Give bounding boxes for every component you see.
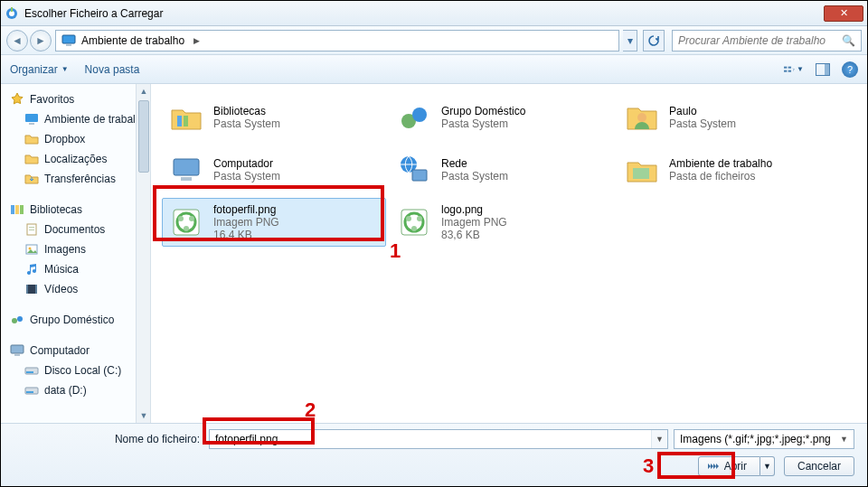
search-icon: 🔍: [842, 34, 855, 47]
sidebar-group-computer[interactable]: Computador: [8, 341, 146, 361]
bottom-bar: Nome do ficheiro: ▼ Imagens (*.gif;*.jpg…: [1, 423, 867, 486]
file-tile[interactable]: Bibliotecas Pasta System: [162, 93, 386, 142]
download-icon: [24, 172, 39, 186]
file-tile[interactable]: Rede Pasta System: [390, 145, 614, 194]
file-type: Pasta System: [669, 117, 736, 130]
svg-rect-40: [412, 170, 427, 181]
sidebar-group-favorites[interactable]: Favoritos: [8, 89, 146, 109]
address-history-dropdown[interactable]: ▾: [623, 30, 637, 52]
chevron-down-icon: ▼: [797, 65, 804, 73]
filename-input[interactable]: [209, 429, 668, 449]
sidebar-item-disk-d[interactable]: data (D:): [8, 380, 146, 400]
file-tile[interactable]: Paulo Pasta System: [618, 93, 842, 142]
file-type: Imagem PNG: [441, 216, 507, 229]
sidebar-item-downloads[interactable]: Transferências: [8, 169, 146, 189]
forward-button[interactable]: ►: [30, 30, 52, 52]
open-dropdown-button[interactable]: ▼: [760, 456, 775, 476]
desktop-icon: [24, 112, 39, 126]
filename-label: Nome do ficheiro:: [14, 433, 203, 445]
file-type: Imagem PNG: [213, 216, 279, 229]
svg-rect-31: [26, 391, 33, 393]
file-tile[interactable]: logo.png Imagem PNG 83,6 KB: [390, 198, 614, 247]
file-name: Paulo: [669, 105, 736, 117]
folder-icon: [24, 132, 39, 146]
file-icon: [622, 98, 662, 137]
computer-icon: [10, 343, 24, 358]
filename-dropdown-button[interactable]: ▼: [651, 430, 667, 448]
sidebar-item-videos[interactable]: Vídeos: [8, 279, 146, 299]
sidebar-item-places[interactable]: Localizações: [8, 149, 146, 169]
sidebar-item-music[interactable]: Música: [8, 259, 146, 279]
file-icon: [394, 150, 434, 190]
file-list: 1 Bibliotecas Pasta System Grupo Domésti…: [151, 84, 867, 423]
file-name: Bibliotecas: [213, 105, 280, 117]
back-button[interactable]: ◄: [6, 30, 28, 52]
file-tile[interactable]: Grupo Doméstico Pasta System: [390, 93, 614, 142]
file-icon: [394, 202, 434, 242]
file-tile[interactable]: Ambiente de trabalho Pasta de ficheiros: [618, 145, 842, 194]
file-type: Pasta System: [441, 170, 508, 183]
music-icon: [24, 262, 39, 276]
toolbar: Organizar ▼ Nova pasta ▼ ?: [1, 55, 867, 84]
scroll-up-icon[interactable]: ▲: [137, 84, 151, 98]
svg-rect-29: [26, 371, 33, 373]
sidebar-item-dropbox[interactable]: Dropbox: [8, 129, 146, 149]
homegroup-icon: [10, 313, 24, 327]
svg-point-49: [406, 216, 411, 221]
svg-point-46: [184, 226, 189, 231]
double-arrow-icon: [708, 462, 719, 471]
file-type: Pasta de ficheiros: [669, 170, 772, 183]
search-box[interactable]: Procurar Ambiente de trabalho 🔍: [672, 30, 862, 52]
view-options-button[interactable]: ▼: [784, 61, 804, 79]
svg-rect-18: [29, 229, 34, 230]
sidebar-item-documents[interactable]: Documentos: [8, 220, 146, 239]
address-bar[interactable]: Ambiente de trabalho ▶: [55, 30, 619, 52]
filetype-filter[interactable]: Imagens (*.gif;*.jpg;*.jpeg;*.png ▼: [674, 429, 854, 449]
sidebar-group-homegroup[interactable]: Grupo Doméstico: [8, 310, 146, 330]
window-title: Escolher Ficheiro a Carregar: [24, 7, 824, 20]
dialog-body: Favoritos Ambiente de trabalho Dropbox L…: [1, 84, 867, 423]
filename-combobox[interactable]: ▼: [209, 429, 668, 449]
drive-icon: [24, 383, 39, 398]
svg-rect-11: [25, 114, 38, 122]
sidebar-item-images[interactable]: Imagens: [8, 239, 146, 259]
cancel-button[interactable]: Cancelar: [784, 456, 854, 476]
sidebar-item-disk-c[interactable]: Disco Local (C:): [8, 361, 146, 380]
svg-rect-4: [66, 44, 71, 46]
file-name: Rede: [441, 157, 508, 170]
file-type: Pasta System: [213, 170, 280, 183]
sidebar-item-desktop[interactable]: Ambiente de trabalho: [8, 109, 146, 129]
nav-bar: ◄ ► Ambiente de trabalho ▶ ▾ Procurar Am…: [1, 26, 867, 55]
file-tile[interactable]: Computador Pasta System: [162, 145, 386, 194]
svg-point-51: [411, 226, 417, 231]
file-name: Grupo Doméstico: [441, 105, 525, 117]
help-button[interactable]: ?: [842, 61, 858, 78]
svg-point-45: [189, 216, 194, 221]
file-name: fotoperfil.png: [213, 203, 279, 216]
svg-rect-17: [29, 227, 34, 228]
sidebar-scrollbar[interactable]: ▲ ▼: [136, 84, 150, 423]
svg-rect-12: [29, 123, 34, 125]
filter-text: Imagens (*.gif;*.jpg;*.jpeg;*.png: [680, 433, 831, 445]
drive-icon: [24, 363, 39, 378]
libraries-icon: [10, 202, 24, 217]
close-button[interactable]: ✕: [824, 5, 863, 22]
svg-rect-15: [20, 205, 24, 214]
sidebar-group-libraries[interactable]: Bibliotecas: [8, 200, 146, 220]
documents-icon: [24, 222, 39, 237]
file-type: Pasta System: [441, 117, 525, 130]
svg-rect-26: [11, 345, 24, 353]
new-folder-button[interactable]: Nova pasta: [85, 63, 140, 76]
nav-sidebar: Favoritos Ambiente de trabalho Dropbox L…: [1, 84, 151, 423]
organize-menu[interactable]: Organizar ▼: [10, 63, 69, 76]
refresh-button[interactable]: [643, 30, 665, 52]
open-button[interactable]: Abrir: [698, 456, 760, 476]
scroll-down-icon[interactable]: ▼: [137, 408, 151, 423]
chevron-right-icon[interactable]: ▶: [190, 36, 203, 45]
open-split-button[interactable]: Abrir ▼: [698, 456, 775, 476]
svg-point-36: [637, 113, 646, 122]
scroll-thumb[interactable]: [138, 100, 149, 173]
preview-pane-button[interactable]: [813, 61, 833, 79]
file-tile[interactable]: fotoperfil.png Imagem PNG 16,4 KB: [162, 198, 386, 247]
svg-rect-22: [26, 285, 28, 294]
